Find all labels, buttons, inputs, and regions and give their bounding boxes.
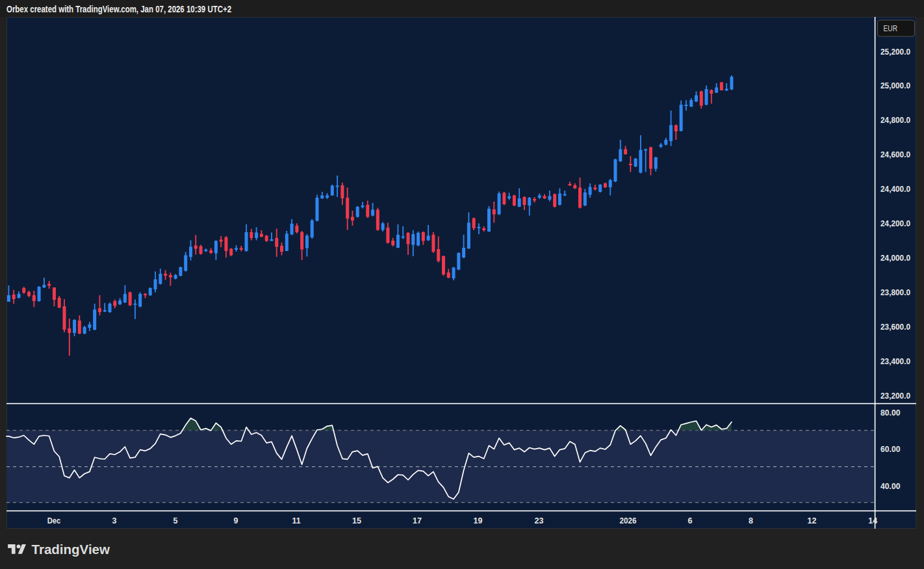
svg-text:25,200.0: 25,200.0 (880, 47, 910, 57)
svg-text:23: 23 (535, 516, 544, 525)
svg-text:6: 6 (688, 516, 693, 525)
svg-text:EUR: EUR (884, 24, 898, 33)
svg-text:12: 12 (807, 516, 816, 525)
svg-text:19: 19 (474, 516, 483, 525)
svg-text:2026: 2026 (620, 516, 637, 525)
svg-text:24,200.0: 24,200.0 (880, 218, 910, 228)
svg-text:8: 8 (749, 516, 753, 525)
svg-text:24,400.0: 24,400.0 (880, 184, 910, 194)
svg-text:17: 17 (413, 516, 422, 525)
svg-text:Orbex created with TradingView: Orbex created with TradingView.com, Jan … (6, 4, 231, 14)
svg-text:23,600.0: 23,600.0 (880, 322, 910, 332)
svg-text:3: 3 (112, 516, 117, 525)
svg-text:23,400.0: 23,400.0 (880, 356, 910, 366)
svg-text:40.00: 40.00 (880, 481, 901, 491)
svg-text:TradingView: TradingView (32, 542, 110, 557)
svg-text:23,800.0: 23,800.0 (880, 287, 910, 297)
svg-text:14: 14 (868, 516, 877, 525)
svg-text:25,000.0: 25,000.0 (880, 81, 910, 90)
svg-text:15: 15 (352, 516, 361, 525)
svg-text:80.00: 80.00 (880, 408, 901, 417)
svg-text:24,000.0: 24,000.0 (880, 253, 910, 263)
svg-text:11: 11 (292, 516, 300, 525)
svg-text:9: 9 (234, 516, 238, 525)
svg-text:24,800.0: 24,800.0 (880, 115, 910, 125)
svg-text:5: 5 (173, 516, 178, 525)
svg-text:Dec: Dec (47, 516, 61, 525)
svg-text:24,600.0: 24,600.0 (880, 150, 910, 159)
svg-text:60.00: 60.00 (880, 444, 901, 454)
svg-text:23,200.0: 23,200.0 (880, 391, 910, 401)
